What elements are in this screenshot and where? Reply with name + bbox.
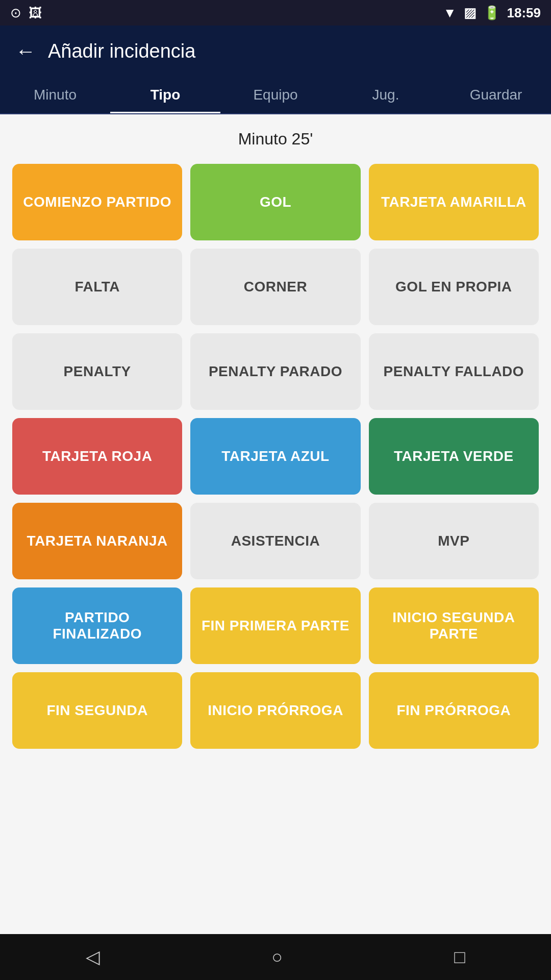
tile-tarjeta-roja[interactable]: TARJETA ROJA xyxy=(12,418,182,495)
tile-asistencia[interactable]: ASISTENCIA xyxy=(190,503,360,579)
tile-tarjeta-verde[interactable]: TARJETA VERDE xyxy=(369,418,539,495)
wifi-icon: ▼ xyxy=(443,5,457,21)
minute-label: Minuto 25' xyxy=(12,130,539,149)
status-bar: ⊙ 🖼 ▼ ▨ 🔋 18:59 xyxy=(0,0,551,26)
tab-minuto[interactable]: Minuto xyxy=(0,77,110,113)
tab-jug[interactable]: Jug. xyxy=(331,77,441,113)
page-title: Añadir incidencia xyxy=(48,40,195,62)
tile-fin-prorroga[interactable]: FIN PRÓRROGA xyxy=(369,672,539,749)
tile-partido-finalizado[interactable]: PARTIDO FINALIZADO xyxy=(12,587,182,664)
time-display: 18:59 xyxy=(507,5,541,21)
tile-gol-en-propia[interactable]: GOL EN PROPIA xyxy=(369,249,539,325)
tab-guardar[interactable]: Guardar xyxy=(441,77,551,113)
status-left-icons: ⊙ 🖼 xyxy=(10,5,42,21)
tile-tarjeta-naranja[interactable]: TARJETA NARANJA xyxy=(12,503,182,579)
tile-tarjeta-amarilla[interactable]: TARJETA AMARILLA xyxy=(369,164,539,240)
tile-penalty-fallado[interactable]: PENALTY FALLADO xyxy=(369,333,539,410)
nav-home-icon[interactable]: ○ xyxy=(271,946,283,968)
back-button[interactable]: ← xyxy=(15,41,36,61)
tile-tarjeta-azul[interactable]: TARJETA AZUL xyxy=(190,418,360,495)
tile-gol[interactable]: GOL xyxy=(190,164,360,240)
main-content: Minuto 25' COMIENZO PARTIDO GOL TARJETA … xyxy=(0,114,551,934)
bottom-navigation: ◁ ○ □ xyxy=(0,934,551,980)
arc-icon: ⊙ xyxy=(10,5,21,21)
tile-fin-segunda[interactable]: FIN SEGUNDA xyxy=(12,672,182,749)
tile-penalty-parado[interactable]: PENALTY PARADO xyxy=(190,333,360,410)
tabs-bar: Minuto Tipo Equipo Jug. Guardar xyxy=(0,77,551,114)
tile-inicio-segunda-parte[interactable]: INICIO SEGUNDA PARTE xyxy=(369,587,539,664)
tile-penalty[interactable]: PENALTY xyxy=(12,333,182,410)
status-right-icons: ▼ ▨ 🔋 18:59 xyxy=(443,5,541,21)
battery-icon: 🔋 xyxy=(484,5,500,21)
nav-recents-icon[interactable]: □ xyxy=(454,946,465,968)
tile-mvp[interactable]: MVP xyxy=(369,503,539,579)
sim-icon: ▨ xyxy=(464,5,477,21)
image-icon: 🖼 xyxy=(29,5,42,21)
tile-inicio-prorroga[interactable]: INICIO PRÓRROGA xyxy=(190,672,360,749)
app-bar: ← Añadir incidencia xyxy=(0,26,551,77)
tile-fin-primera-parte[interactable]: FIN PRIMERA PARTE xyxy=(190,587,360,664)
tab-equipo[interactable]: Equipo xyxy=(220,77,331,113)
incident-grid: COMIENZO PARTIDO GOL TARJETA AMARILLA FA… xyxy=(12,164,539,749)
tile-falta[interactable]: FALTA xyxy=(12,249,182,325)
tile-corner[interactable]: CORNER xyxy=(190,249,360,325)
tab-tipo[interactable]: Tipo xyxy=(110,77,220,113)
nav-back-icon[interactable]: ◁ xyxy=(86,946,100,968)
tile-comienzo-partido[interactable]: COMIENZO PARTIDO xyxy=(12,164,182,240)
